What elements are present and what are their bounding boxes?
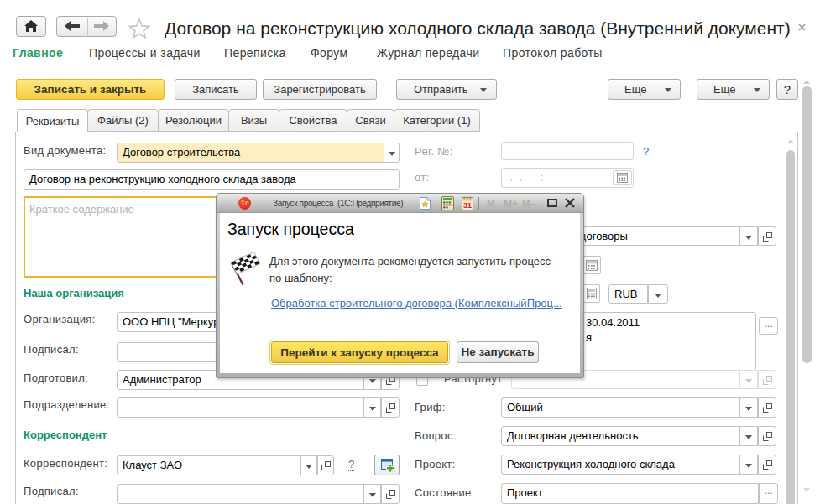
svg-text:31: 31 <box>463 201 472 210</box>
